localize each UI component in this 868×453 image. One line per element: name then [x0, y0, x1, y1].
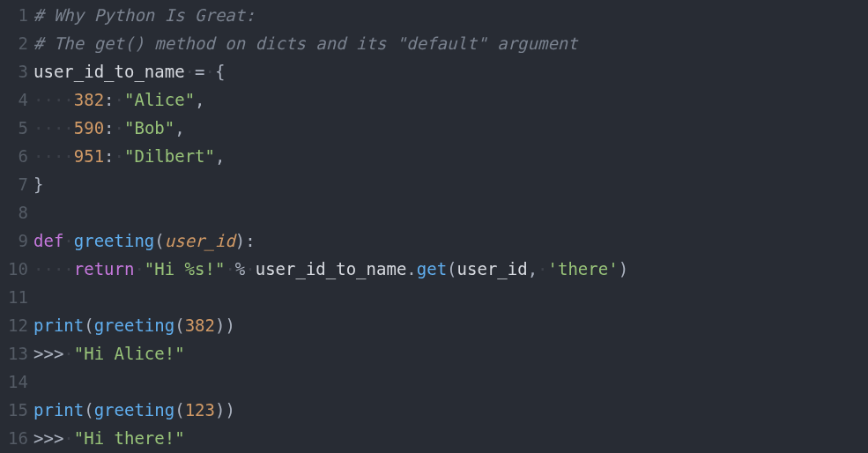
line-number: 10 [0, 255, 28, 283]
token-str: "Alice" [124, 90, 195, 109]
code-line[interactable] [33, 368, 868, 396]
token-kw: def [33, 231, 63, 250]
token-num: 951 [74, 146, 104, 166]
token-punct: : [104, 90, 114, 109]
token-ws: · [205, 62, 215, 81]
line-number-gutter: 12345678910111213141516 [0, 1, 33, 452]
code-editor[interactable]: 12345678910111213141516 # Why Python Is … [0, 1, 868, 452]
line-number: 7 [0, 170, 28, 198]
token-op: >>> [33, 344, 63, 363]
token-str: 'there' [548, 259, 619, 278]
token-ident: user_id [457, 259, 528, 278]
token-punct: ( [154, 231, 164, 250]
line-number: 3 [0, 57, 28, 85]
token-ws: · [115, 118, 124, 137]
token-num: 123 [185, 400, 215, 420]
token-num: 382 [74, 90, 104, 109]
line-number: 8 [0, 198, 28, 226]
token-str: "Dilbert" [124, 146, 215, 166]
token-punct: , [215, 146, 225, 166]
line-number: 11 [0, 283, 28, 311]
token-punct: : [104, 118, 114, 137]
token-brace: { [215, 62, 225, 81]
token-op: >>> [33, 428, 63, 448]
line-number: 5 [0, 114, 28, 142]
token-brace: } [33, 175, 43, 194]
token-op: % [235, 259, 245, 278]
token-num: 590 [74, 118, 104, 137]
token-punct: ( [447, 259, 456, 278]
token-func: greeting [94, 316, 175, 335]
line-number: 16 [0, 424, 28, 452]
line-number: 2 [0, 29, 28, 57]
code-line[interactable]: user_id_to_name·=·{ [33, 57, 868, 85]
token-ws: · [225, 259, 234, 278]
line-number: 1 [0, 1, 28, 29]
code-line[interactable]: ····951:·"Dilbert", [33, 142, 868, 170]
line-number: 15 [0, 396, 28, 424]
code-line[interactable]: ····return·"Hi %s!"·%·user_id_to_name.ge… [33, 255, 868, 283]
code-line[interactable]: print(greeting(382)) [33, 311, 868, 339]
token-punct: ( [84, 400, 93, 420]
token-punct: ) [619, 259, 628, 278]
token-comment: # Why Python Is Great: [33, 5, 256, 25]
token-punct: ( [174, 400, 184, 420]
line-number: 4 [0, 85, 28, 114]
token-ws: ···· [33, 146, 74, 166]
line-number: 14 [0, 368, 28, 396]
line-number: 12 [0, 311, 28, 339]
token-punct: ): [235, 231, 256, 250]
token-ws: · [63, 428, 73, 448]
token-str: "Hi Alice!" [74, 344, 185, 363]
code-line[interactable]: ····590:·"Bob", [33, 114, 868, 142]
code-line[interactable]: ····382:·"Alice", [33, 85, 868, 114]
token-ws: · [185, 62, 195, 81]
token-str: "Hi %s!" [145, 259, 226, 278]
code-line[interactable]: } [33, 170, 868, 198]
token-op: = [195, 62, 204, 81]
code-line[interactable]: # Why Python Is Great: [33, 1, 868, 29]
code-line[interactable]: def·greeting(user_id): [33, 226, 868, 255]
token-punct: . [406, 259, 416, 278]
line-number: 9 [0, 226, 28, 255]
token-str: "Hi there!" [74, 428, 185, 448]
code-line[interactable] [33, 283, 868, 311]
token-punct: : [104, 146, 114, 166]
token-punct: ( [84, 316, 93, 335]
token-ws: · [115, 146, 124, 166]
token-kw: return [74, 259, 135, 278]
code-line[interactable]: print(greeting(123)) [33, 396, 868, 424]
code-line[interactable]: >>>·"Hi Alice!" [33, 339, 868, 368]
token-ws: · [134, 259, 144, 278]
token-punct: , [528, 259, 538, 278]
code-area[interactable]: # Why Python Is Great:# The get() method… [33, 1, 868, 452]
token-param: user_id [165, 231, 235, 250]
token-func: print [33, 400, 84, 420]
token-comment: # The get() method on dicts and its "def… [33, 33, 578, 53]
token-punct: ( [174, 316, 184, 335]
token-func: print [33, 316, 84, 335]
code-line[interactable]: >>>·"Hi there!" [33, 424, 868, 452]
token-ws: · [115, 90, 124, 109]
token-ident: user_id_to_name [33, 62, 185, 81]
token-func: greeting [94, 400, 175, 420]
token-ws: ···· [33, 90, 74, 109]
token-punct: )) [215, 400, 235, 420]
token-ws: ···· [33, 118, 74, 137]
token-func: get [417, 259, 447, 278]
token-ws: · [63, 344, 73, 363]
token-punct: , [195, 90, 204, 109]
token-ws: · [538, 259, 547, 278]
code-line[interactable] [33, 198, 868, 226]
token-punct: , [174, 118, 184, 137]
line-number: 13 [0, 339, 28, 368]
token-num: 382 [185, 316, 215, 335]
token-func: greeting [74, 231, 155, 250]
token-str: "Bob" [124, 118, 174, 137]
token-ident: user_id_to_name [256, 259, 407, 278]
token-ws: · [63, 231, 73, 250]
line-number: 6 [0, 142, 28, 170]
token-punct: )) [215, 316, 235, 335]
code-line[interactable]: # The get() method on dicts and its "def… [33, 29, 868, 57]
token-ws: · [245, 259, 255, 278]
